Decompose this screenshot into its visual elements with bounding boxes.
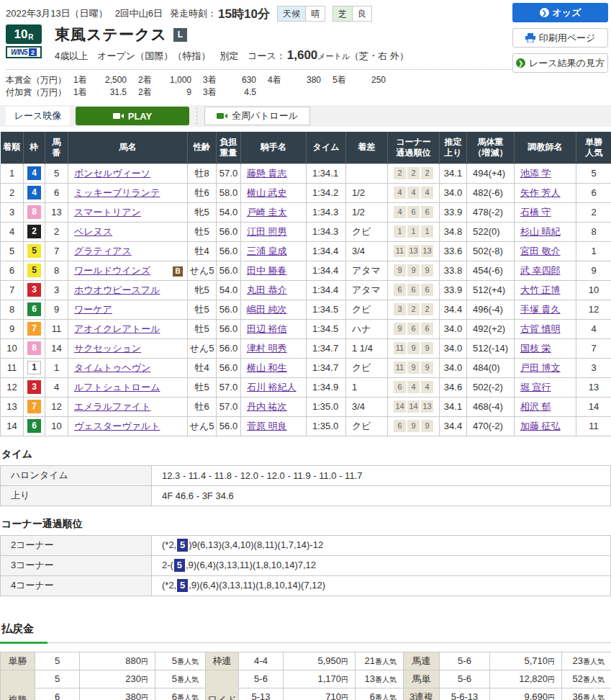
horse-name-link[interactable]: エメラルファイト [74,401,150,412]
corner-order-box: 1 [407,225,420,238]
win-favorite: 13 [576,377,611,397]
trainer-link[interactable]: 国枝 栄 [520,343,551,354]
horse-name-link[interactable]: ワールドウインズ [74,265,150,276]
jockey-link[interactable]: 嶋田 純次 [247,304,287,315]
last-3f: 34.0 [440,358,467,377]
horse-name-link[interactable]: ルフトシュトローム [74,382,160,392]
column-header-horse-number: 馬番 [45,132,68,163]
jockey-link[interactable]: 横山 武史 [247,187,287,198]
corner-order-box: 6 [421,284,433,296]
exacta-amount: 12,820円 [490,670,562,688]
start-time-label: 発走時刻： [170,7,217,20]
prize-value: 250 [351,74,386,86]
trainer-link[interactable]: 戸田 博文 [520,362,561,373]
horse-name-link[interactable]: ボンセルヴィーソ [74,168,150,179]
race-conditions-text: 4歳以上 オープン（国際）（特指） 別定 コース： [55,50,286,63]
jockey-link[interactable]: 三浦 皇成 [247,246,287,256]
jockey-cell: 津村 明秀 [241,338,307,358]
finish-position: 2 [1,183,24,202]
horse-weight: 478(-2) [467,202,515,222]
jockey-link[interactable]: 石川 裕紀人 [247,382,297,392]
horse-name-link[interactable]: ミッキーブリランテ [74,187,160,198]
odds-button[interactable]: ❯ オッズ [512,3,608,22]
win-favorite: 7 [576,338,611,358]
jockey-link[interactable]: 津村 明秀 [247,343,287,354]
table-row: 14610ヴェスターヴァルトせん556.0菅原 明良1:35.0クビ69934.… [1,416,611,436]
trainer-link[interactable]: 古賀 慎明 [520,323,561,334]
corner3-row: 3コーナー 2-(5,9)(6,4)(3,13,11)(1,8,10,14)7,… [1,555,611,575]
jockey-link[interactable]: 菅原 明良 [247,421,287,431]
jockey-link[interactable]: 田辺 裕信 [247,323,287,334]
jockey-cell: 藤懸 貴志 [241,163,307,183]
trainer-link[interactable]: 相沢 郁 [520,401,551,412]
horse-name-link[interactable]: グラティアス [74,246,132,256]
jockey-cell: 三浦 皇成 [241,241,307,261]
horse-name-cell: タイムトゥヘヴン [68,358,188,377]
patrol-video-button[interactable]: 全周パトロール [204,107,310,125]
trainer-link[interactable]: 杉山 晴紀 [520,226,561,237]
horse-name-cell: アオイクレアトール [68,319,188,338]
corner4-row: 4コーナー (*2,5,9)(6,4)(3,13,11)(1,8,10,14)(… [1,575,611,596]
win-favorite: 11 [576,416,611,436]
jockey-link[interactable]: 藤懸 貴志 [247,168,287,179]
trainer-link[interactable]: 大竹 正博 [520,284,561,295]
waku-cell: 3 [24,280,45,300]
corner3-prefix: 2-( [162,560,173,570]
trainer-link[interactable]: 手塚 貴久 [520,304,561,315]
horse-name-link[interactable]: ヴェスターヴァルト [74,421,160,431]
waku-badge: 4 [27,186,41,199]
payout-title: 払戻金 [1,622,611,636]
sex-age: 牡8 [188,163,217,183]
race-video-button[interactable]: レース映像 [6,107,70,125]
trainer-link[interactable]: 矢作 芳人 [520,187,561,198]
waku-cell: 5 [24,241,45,261]
corner-order-cell: 222 [388,163,440,183]
jockey-link[interactable]: 江田 照男 [247,226,287,237]
print-page-button[interactable]: 印刷用ページ [512,28,608,48]
finish-position: 6 [1,261,24,280]
jockey-link[interactable]: 田中 勝春 [247,265,287,276]
trainer-link[interactable]: 加藤 征弘 [520,421,561,431]
trainer-link[interactable]: 石橋 守 [520,207,551,217]
prize-added-label: 付加賞（万円） [6,86,73,99]
video-camera-icon [113,112,124,120]
horse-name-link[interactable]: ワーケア [74,304,112,315]
yen-suffix: 円 [141,694,148,700]
trainer-cell: 武 幸四郎 [515,261,576,280]
jockey-link[interactable]: 横山 和生 [247,362,287,373]
horse-name-link[interactable]: ホウオウピースフル [74,284,160,295]
corner-order-cell: 1199 [388,358,440,377]
horse-weight: 492(+2) [467,319,515,338]
amount-value: 710 [325,691,341,700]
horse-name-link[interactable]: サクセッション [74,343,141,354]
corner3-value: 2-(5,9)(6,4)(3,13,11)(1,8,10,14)7,12 [152,555,611,575]
sex-age: 牝5 [188,280,217,300]
win-bet-label: 単勝 [1,652,35,670]
trainer-link[interactable]: 堀 宣行 [520,382,551,392]
carried-weight: 57.0 [217,377,241,397]
trainer-link[interactable]: 宮田 敬介 [520,246,561,256]
corner-order-box: 6 [394,420,406,432]
horse-name-link[interactable]: スマートリアン [74,207,141,217]
corner-order-box: 9 [421,420,433,432]
horse-name-link[interactable]: アオイクレアトール [74,323,160,334]
corner-order-box: 9 [407,362,420,374]
carried-weight: 57.0 [217,397,241,416]
result-guide-button[interactable]: ❯ レース結果の見方 [512,53,608,73]
trainer-link[interactable]: 武 幸四郎 [520,265,561,276]
last-3f: 34.4 [440,300,467,319]
trainer-link[interactable]: 池添 学 [520,168,551,179]
jockey-link[interactable]: 丸田 恭介 [247,284,287,295]
prize-value: 31.5 [92,86,127,99]
jockey-link[interactable]: 戸崎 圭太 [247,207,287,217]
column-header-time: タイム [307,132,346,163]
jockey-link[interactable]: 丹内 祐次 [247,401,287,412]
finish-position: 12 [1,377,24,397]
column-header-waku: 枠 [24,132,45,163]
play-button[interactable]: PLAY [76,107,189,125]
finish-time: 1:34.3 [307,202,346,222]
corner-order-cell: 966 [388,319,440,338]
horse-name-link[interactable]: タイムトゥヘヴン [74,362,150,373]
horse-name-link[interactable]: ベレヌス [74,226,112,237]
carried-weight: 56.0 [217,222,241,241]
